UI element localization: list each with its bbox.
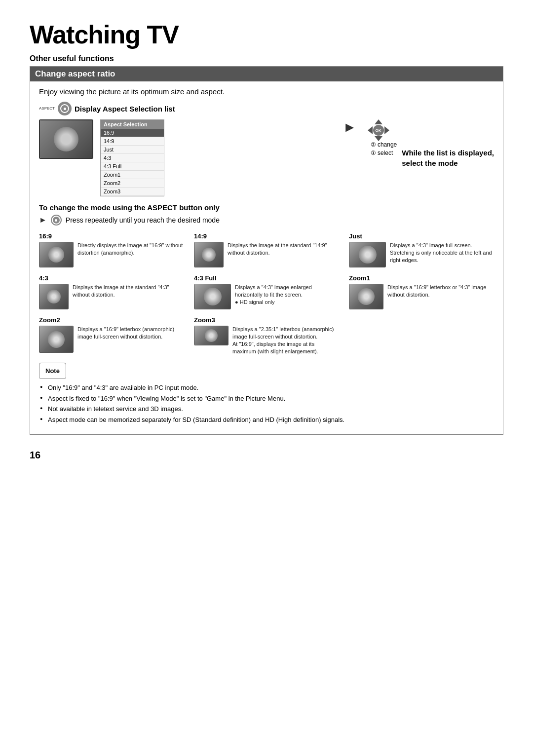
mode-name-zoom3: Zoom3 [194, 316, 339, 324]
mode-item-zoom1: Zoom1 Displays a "16:9" letterbox or "4:… [349, 274, 494, 309]
flower-43 [47, 290, 61, 303]
mode-img-43 [39, 284, 69, 309]
display-aspect-row: ASPECT Display Aspect Selection list [39, 102, 494, 115]
mode-img-inner-43 [39, 284, 68, 309]
flower-zoom1 [358, 288, 375, 305]
flower-zoom2 [48, 331, 65, 348]
mode-img-inner [39, 242, 73, 267]
arrow-section: ► [343, 119, 357, 135]
mode-img-zoom1 [349, 284, 383, 309]
aspect-menu-item-zoom2[interactable]: Zoom2 [101, 179, 164, 188]
ok-right-arrow[interactable] [384, 126, 389, 134]
other-useful-functions-label: Other useful functions [30, 54, 503, 63]
bullet-item-4: Aspect mode can be memorized separately … [39, 415, 494, 425]
flower-just [359, 246, 377, 264]
flower-169 [48, 247, 64, 263]
mode-img-inner-149 [194, 242, 223, 267]
right-arrow-icon: ► [343, 119, 357, 135]
ok-down-arrow[interactable] [375, 136, 382, 141]
aspect-menu-item-169[interactable]: 16:9 [101, 129, 164, 137]
select-label: ① select [371, 150, 393, 156]
mode-name-43: 4:3 [39, 274, 184, 282]
mode-img-just [349, 242, 386, 267]
change-aspect-section: Change aspect ratio Enjoy viewing the pi… [30, 66, 503, 435]
mode-item-just: Just Displays a "4:3" image full-screen.… [349, 232, 494, 267]
aspect-menu-item-43full[interactable]: 4:3 Full [101, 162, 164, 171]
aspect-button-small-label: ASPECT [39, 106, 55, 111]
mode-item-43: 4:3 Displays the image at the standard "… [39, 274, 184, 309]
mode-img-inner-just [349, 242, 385, 267]
aspect-button-heading: To change the mode using the ASPECT butt… [39, 203, 494, 212]
mode-body-zoom2: Displays a "16:9" letterbox (anamorphic)… [39, 326, 184, 353]
mode-item-zoom2: Zoom2 Displays a "16:9" letterbox (anamo… [39, 316, 184, 355]
flower-149 [202, 248, 216, 262]
flower-zoom3 [205, 329, 218, 342]
mode-item-169: 16:9 Directly displays the image at "16:… [39, 232, 184, 267]
flower-43full [204, 288, 222, 305]
mode-name-just: Just [349, 232, 494, 240]
mode-name-149: 14:9 [194, 232, 339, 240]
mode-img-inner-zoom2 [39, 326, 73, 352]
mode-img-169 [39, 242, 74, 267]
bullet-item-2: Aspect is fixed to "16:9" when "Viewing … [39, 394, 494, 404]
mode-desc-169: Directly displays the image at "16:9" wi… [77, 242, 184, 257]
mode-item-149: 14:9 Displays the image at the standard … [194, 232, 339, 267]
ok-visual: OK [368, 119, 389, 141]
mode-img-149 [194, 242, 224, 267]
mode-name-zoom1: Zoom1 [349, 274, 494, 282]
press-text: Press repeatedly until you reach the des… [66, 216, 220, 224]
ok-center-button[interactable]: OK [373, 125, 384, 136]
ok-up-arrow[interactable] [375, 119, 382, 124]
empty-cell [349, 316, 494, 355]
mode-body-149: Displays the image at the standard "14:9… [194, 242, 339, 267]
ok-left-arrow[interactable] [368, 126, 373, 134]
mode-body-169: Directly displays the image at "16:9" wi… [39, 242, 184, 267]
tv-mockup-inner [40, 120, 92, 158]
mode-img-inner-zoom3 [194, 326, 228, 345]
mode-name-43full: 4:3 Full [194, 274, 339, 282]
select-change-labels: ② change ① select [371, 141, 397, 156]
modes-grid: 16:9 Directly displays the image at "16:… [39, 232, 494, 355]
arrow-right-icon: ► [39, 216, 47, 225]
ok-mid-row: OK [368, 125, 389, 136]
aspect-menu-item-just[interactable]: Just [101, 146, 164, 154]
mode-desc-zoom2: Displays a "16:9" letterbox (anamorphic)… [77, 326, 184, 340]
aspect-menu-item-zoom1[interactable]: Zoom1 [101, 171, 164, 179]
mode-name-169: 16:9 [39, 232, 184, 240]
ok-control-section: OK ② change ① select [368, 119, 397, 156]
press-row: ► Press repeatedly until you reach the d… [39, 215, 494, 226]
mode-name-zoom2: Zoom2 [39, 316, 184, 324]
mode-desc-zoom1: Displays a "16:9" letterbox or "4:3" ima… [387, 284, 494, 299]
mode-item-zoom3: Zoom3 Displays a "2.35:1" letterbox (ana… [194, 316, 339, 355]
mode-body-43full: Displays a "4:3" image enlarged horizont… [194, 284, 339, 309]
display-aspect-demo: Aspect Selection 16:9 14:9 Just 4:3 4:3 … [39, 119, 494, 196]
mode-img-43full [194, 284, 231, 309]
mode-item-43full: 4:3 Full Displays a "4:3" image enlarged… [194, 274, 339, 309]
mode-body-zoom3: Displays a "2.35:1" letterbox (anamorphi… [194, 326, 339, 355]
mode-desc-zoom3: Displays a "2.35:1" letterbox (anamorphi… [232, 326, 339, 355]
aspect-menu-item-149[interactable]: 14:9 [101, 137, 164, 146]
aspect-menu-item-43[interactable]: 4:3 [101, 154, 164, 162]
mode-desc-149: Displays the image at the standard "14:9… [228, 242, 339, 257]
mode-img-inner-zoom1 [349, 284, 383, 309]
mode-desc-43: Displays the image at the standard "4:3"… [73, 284, 184, 299]
display-aspect-heading: Display Aspect Selection list [75, 105, 175, 113]
tv-mockup [39, 119, 93, 159]
aspect-menu-item-zoom3[interactable]: Zoom3 [101, 188, 164, 196]
mode-desc-just: Displays a "4:3" image full-screen. Stre… [390, 242, 494, 264]
change-label-row: ② change [371, 141, 397, 148]
mode-body-zoom1: Displays a "16:9" letterbox or "4:3" ima… [349, 284, 494, 309]
mode-img-zoom2 [39, 326, 74, 353]
section-header: Change aspect ratio [30, 67, 503, 81]
mode-body-43: Displays the image at the standard "4:3"… [39, 284, 184, 309]
aspect-icon-small [51, 215, 62, 226]
page-title: Watching TV [30, 20, 503, 49]
aspect-icon [58, 102, 72, 115]
mode-img-zoom3 [194, 326, 228, 345]
mode-body-just: Displays a "4:3" image full-screen. Stre… [349, 242, 494, 267]
bullet-item-1: Only "16:9" and "4:3" are available in P… [39, 383, 494, 393]
aspect-menu-header: Aspect Selection [101, 120, 164, 129]
page-number: 16 [30, 450, 503, 461]
display-left: Aspect Selection 16:9 14:9 Just 4:3 4:3 … [39, 119, 336, 196]
bullet-item-3: Not available in teletext service and 3D… [39, 404, 494, 414]
